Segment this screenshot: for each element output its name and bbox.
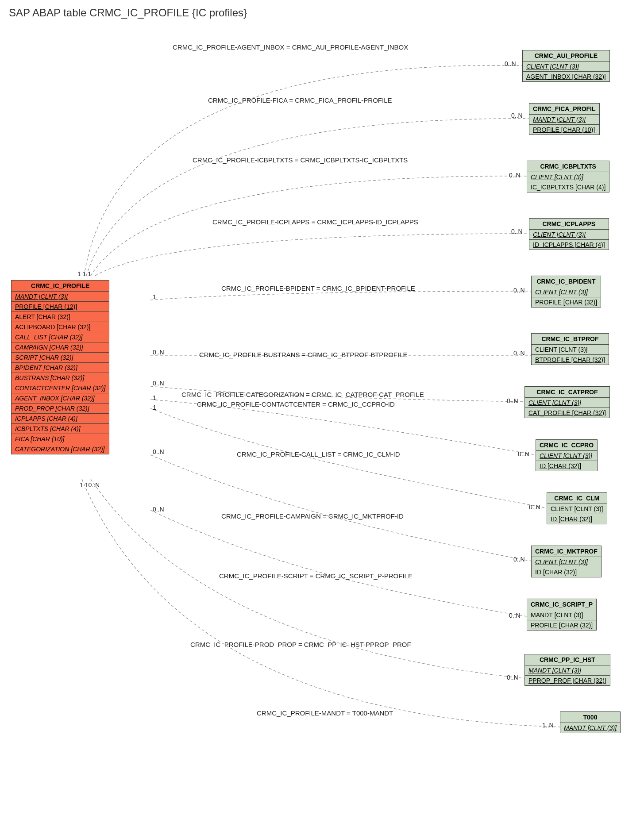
related-entity-field: CLIENT [CLNT (3)] bbox=[523, 62, 609, 72]
cardinality-label: 0..N bbox=[513, 350, 525, 357]
related-entity-field: PPROP_PROF [CHAR (32)] bbox=[525, 676, 610, 685]
related-entity: CRMC_IC_MKTPROFCLIENT [CLNT (3)]ID [CHAR… bbox=[531, 546, 602, 577]
main-entity-field: PROFILE [CHAR (12)] bbox=[12, 302, 109, 312]
main-entity-header: CRMC_IC_PROFILE bbox=[12, 281, 109, 292]
cardinality-label: 1 10..N bbox=[80, 481, 100, 488]
related-entity: CRMC_IC_CATPROFCLIENT [CLNT (3)]CAT_PROF… bbox=[524, 386, 610, 418]
related-entity-header: CRMC_IC_MKTPROF bbox=[532, 546, 601, 557]
related-entity-header: CRMC_IC_BTPROF bbox=[532, 334, 609, 345]
related-entity-field: ID [CHAR (32)] bbox=[547, 514, 607, 524]
main-entity-field: AGENT_INBOX [CHAR (32)] bbox=[12, 393, 109, 404]
main-entity-field: CAMPAIGN [CHAR (32)] bbox=[12, 342, 109, 353]
cardinality-label: 0..N bbox=[509, 172, 521, 179]
related-entity-header: CRMC_IC_CLM bbox=[547, 493, 607, 504]
cardinality-label: 1 bbox=[153, 293, 156, 300]
relation-label: CRMC_IC_PROFILE-CALL_LIST = CRMC_IC_CLM-… bbox=[237, 450, 400, 458]
main-entity-field: ALERT [CHAR (32)] bbox=[12, 312, 109, 322]
related-entity: T000MANDT [CLNT (3)] bbox=[560, 711, 621, 733]
related-entity-field: CLIENT [CLNT (3)] bbox=[525, 398, 609, 408]
related-entity-field: CLIENT [CLNT (3)] bbox=[547, 504, 607, 514]
related-entity-header: T000 bbox=[560, 712, 620, 723]
cardinality-label: 0..N bbox=[507, 674, 518, 681]
related-entity: CRMC_IC_BPIDENTCLIENT [CLNT (3)]PROFILE … bbox=[531, 276, 601, 308]
relation-label: CRMC_IC_PROFILE-AGENT_INBOX = CRMC_AUI_P… bbox=[173, 43, 408, 51]
related-entity: CRMC_IC_CLMCLIENT [CLNT (3)]ID [CHAR (32… bbox=[547, 492, 607, 524]
related-entity: CRMC_AUI_PROFILECLIENT [CLNT (3)]AGENT_I… bbox=[522, 50, 610, 82]
related-entity-header: CRMC_FICA_PROFIL bbox=[529, 104, 599, 115]
related-entity-field: PROFILE [CHAR (32)] bbox=[532, 297, 601, 307]
cardinality-label: 0..N bbox=[153, 506, 164, 513]
related-entity-field: ID_ICPLAPPS [CHAR (4)] bbox=[529, 240, 609, 250]
cardinality-label: 0..N bbox=[153, 349, 164, 356]
relation-label: CRMC_IC_PROFILE-SCRIPT = CRMC_IC_SCRIPT_… bbox=[219, 572, 413, 580]
relation-label: CRMC_IC_PROFILE-PROD_PROP = CRMC_PP_IC_H… bbox=[190, 641, 411, 648]
related-entity-field: CLIENT [CLNT (3)] bbox=[529, 230, 609, 240]
related-entity-header: CRMC_ICPLAPPS bbox=[529, 219, 609, 230]
related-entity-header: CRMC_IC_BPIDENT bbox=[532, 276, 601, 287]
relation-label: CRMC_IC_PROFILE-CONTACTCENTER = CRMC_IC_… bbox=[197, 400, 395, 408]
cardinality-label: 0..N bbox=[518, 450, 529, 458]
cardinality-label: 0..N bbox=[511, 228, 523, 235]
main-entity-field: ICBPLTXTS [CHAR (4)] bbox=[12, 424, 109, 434]
related-entity-field: CLIENT [CLNT (3)] bbox=[532, 345, 609, 355]
related-entity-field: BTPROFILE [CHAR (32)] bbox=[532, 355, 609, 365]
cardinality-label: 1..N bbox=[542, 722, 554, 729]
page-title: SAP ABAP table CRMC_IC_PROFILE {IC profi… bbox=[9, 7, 644, 19]
cardinality-label: 0..N bbox=[529, 504, 540, 511]
related-entity-field: ID [CHAR (32)] bbox=[536, 461, 597, 471]
related-entity-field: CLIENT [CLNT (3)] bbox=[532, 557, 601, 567]
related-entity-header: CRMC_IC_CCPRO bbox=[536, 440, 597, 451]
cardinality-label: 0..N bbox=[513, 556, 525, 563]
er-diagram: CRMC_IC_PROFILE MANDT [CLNT (3)]PROFILE … bbox=[4, 23, 640, 819]
relation-label: CRMC_IC_PROFILE-ICBPLTXTS = CRMC_ICBPLTX… bbox=[193, 156, 408, 164]
relation-label: CRMC_IC_PROFILE-BPIDENT = CRMC_IC_BPIDEN… bbox=[221, 285, 415, 292]
related-entity-field: IC_ICBPLTXTS [CHAR (4)] bbox=[527, 182, 609, 192]
related-entity-field: PROFILE [CHAR (10)] bbox=[529, 125, 599, 135]
cardinality-label: 1 bbox=[153, 394, 156, 401]
related-entity: CRMC_ICBPLTXTSCLIENT [CLNT (3)]IC_ICBPLT… bbox=[527, 161, 609, 192]
main-entity: CRMC_IC_PROFILE MANDT [CLNT (3)]PROFILE … bbox=[11, 280, 109, 454]
main-entity-field: CATEGORIZATION [CHAR (32)] bbox=[12, 444, 109, 454]
related-entity-header: CRMC_IC_CATPROF bbox=[525, 387, 609, 398]
related-entity-header: CRMC_ICBPLTXTS bbox=[527, 161, 609, 172]
main-entity-field: ACLIPBOARD [CHAR (32)] bbox=[12, 322, 109, 332]
relation-label: CRMC_IC_PROFILE-CAMPAIGN = CRMC_IC_MKTPR… bbox=[221, 512, 404, 520]
related-entity-field: PROFILE [CHAR (32)] bbox=[527, 620, 596, 630]
main-entity-field: MANDT [CLNT (3)] bbox=[12, 292, 109, 302]
cardinality-label: 0..N bbox=[153, 380, 164, 387]
related-entity-field: MANDT [CLNT (3)] bbox=[529, 115, 599, 125]
related-entity-field: MANDT [CLNT (3)] bbox=[525, 665, 610, 676]
related-entity-header: CRMC_AUI_PROFILE bbox=[523, 50, 609, 62]
related-entity-field: CAT_PROFILE [CHAR (32)] bbox=[525, 408, 609, 418]
relation-label: CRMC_IC_PROFILE-ICPLAPPS = CRMC_ICPLAPPS… bbox=[212, 218, 418, 226]
cardinality-label: 0..N bbox=[507, 397, 518, 404]
related-entity-header: CRMC_IC_SCRIPT_P bbox=[527, 599, 596, 610]
related-entity: CRMC_IC_BTPROFCLIENT [CLNT (3)]BTPROFILE… bbox=[531, 333, 609, 365]
related-entity-header: CRMC_PP_IC_HST bbox=[525, 654, 610, 665]
main-entity-field: CALL_LIST [CHAR (32)] bbox=[12, 332, 109, 342]
cardinality-label: 0..N bbox=[509, 612, 521, 619]
relation-label: CRMC_IC_PROFILE-FICA = CRMC_FICA_PROFIL-… bbox=[208, 96, 392, 104]
main-entity-field: BUSTRANS [CHAR (32)] bbox=[12, 373, 109, 383]
main-entity-field: SCRIPT [CHAR (32)] bbox=[12, 353, 109, 363]
main-entity-field: ICPLAPPS [CHAR (4)] bbox=[12, 414, 109, 424]
relation-label: CRMC_IC_PROFILE-MANDT = T000-MANDT bbox=[257, 709, 393, 717]
related-entity: CRMC_ICPLAPPSCLIENT [CLNT (3)]ID_ICPLAPP… bbox=[529, 218, 609, 250]
cardinality-label: 0..N bbox=[511, 112, 523, 119]
related-entity-field: MANDT [CLNT (3)] bbox=[527, 610, 596, 620]
cardinality-label: 0..N bbox=[505, 60, 516, 67]
related-entity-field: MANDT [CLNT (3)] bbox=[560, 723, 620, 733]
main-entity-field: BPIDENT [CHAR (32)] bbox=[12, 363, 109, 373]
relation-label: CRMC_IC_PROFILE-BUSTRANS = CRMC_IC_BTPRO… bbox=[199, 351, 408, 358]
related-entity: CRMC_PP_IC_HSTMANDT [CLNT (3)]PPROP_PROF… bbox=[524, 654, 610, 686]
related-entity-field: CLIENT [CLNT (3)] bbox=[536, 451, 597, 461]
related-entity-field: ID [CHAR (32)] bbox=[532, 567, 601, 577]
related-entity: CRMC_IC_CCPROCLIENT [CLNT (3)]ID [CHAR (… bbox=[536, 439, 598, 471]
related-entity-field: AGENT_INBOX [CHAR (32)] bbox=[523, 72, 609, 81]
main-entity-field: CONTACTCENTER [CHAR (32)] bbox=[12, 383, 109, 393]
cardinality-label: 1 bbox=[153, 404, 156, 411]
cardinality-label: 0..N bbox=[153, 448, 164, 455]
related-entity: CRMC_IC_SCRIPT_PMANDT [CLNT (3)]PROFILE … bbox=[527, 599, 597, 631]
related-entity-field: CLIENT [CLNT (3)] bbox=[532, 287, 601, 297]
cardinality-label: 1 1 1 bbox=[77, 270, 91, 277]
